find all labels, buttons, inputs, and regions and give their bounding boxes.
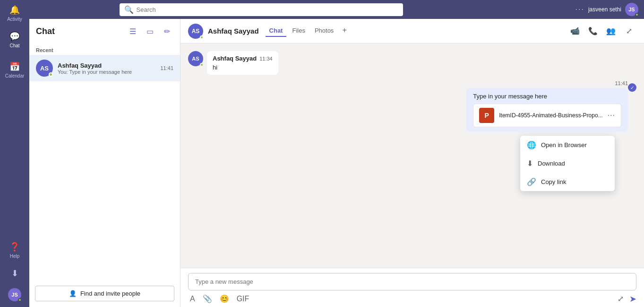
input-actions: A 📎 😊 GIF ⤢ ➤ (188, 293, 636, 304)
open-browser-label: Open in Browser (541, 141, 587, 149)
top-user-avatar[interactable]: JS (625, 3, 638, 16)
top-online-dot (635, 13, 639, 17)
copy-link-icon: 🔗 (527, 177, 536, 186)
audio-call-btn[interactable]: 📞 (585, 24, 601, 39)
participants-btn[interactable]: 👥 (603, 24, 618, 39)
nav-label-activity: Activity (7, 17, 22, 22)
received-msg-meta: Ashfaq Sayyad 11:34 (213, 55, 273, 62)
received-msg-time: 11:34 (259, 56, 273, 61)
nav-label-help: Help (10, 254, 20, 259)
find-invite-label: Find and invite people (80, 290, 140, 297)
chat-header-avatar: AS (188, 24, 203, 39)
top-right: ··· jasveen sethi JS (575, 3, 638, 16)
gif-btn[interactable]: GIF (235, 294, 251, 304)
nav-item-download[interactable]: ⬇ (0, 263, 29, 283)
chat-list-item[interactable]: AS Ashfaq Sayyad You: Type in your messa… (29, 55, 180, 81)
sent-check-icon: ✓ (628, 83, 636, 92)
activity-icon: 🔔 (9, 5, 20, 15)
sidebar-title: Chat (36, 26, 122, 36)
message-input[interactable] (188, 273, 636, 290)
sidebar-header: Chat ☰ ▭ ✏ (29, 19, 180, 44)
received-msg-bubble: Ashfaq Sayyad 11:34 hi (207, 51, 278, 75)
main-area: Chat ☰ ▭ ✏ Recent AS Ashfaq Sayyad You: … (29, 19, 644, 307)
chat-item-online-dot (49, 72, 53, 77)
sent-message-container: 11:41 Type in your message here P ItemID… (188, 80, 636, 132)
nav-label-chat: Chat (9, 43, 19, 48)
search-input[interactable] (137, 6, 398, 13)
chat-area: AS Ashfaq Sayyad Chat Files Photos + 📹 📞… (180, 19, 644, 307)
tab-photos[interactable]: Photos (311, 25, 337, 37)
add-tab-btn[interactable]: + (339, 25, 349, 37)
chat-item-name: Ashfaq Sayyad (58, 62, 155, 69)
download-item[interactable]: ⬇ Download (520, 154, 615, 173)
chat-item-time: 11:41 (160, 65, 173, 71)
nav-label-calendar: Calendar (5, 73, 25, 79)
username-label: jasveen sethi (588, 6, 621, 13)
input-action-right: ⤢ ➤ (616, 293, 636, 304)
chat-item-preview: You: Type in your message here (58, 69, 155, 75)
download-icon: ⬇ (11, 268, 18, 279)
help-icon: ❓ (9, 242, 20, 252)
filter-icon-btn[interactable]: ☰ (126, 25, 139, 38)
attach-btn[interactable]: 📎 (201, 293, 214, 304)
chat-icon: 💬 (9, 31, 20, 42)
search-icon: 🔍 (124, 5, 134, 14)
received-message: AS Ashfaq Sayyad 11:34 hi (188, 51, 386, 75)
received-msg-avatar: AS (188, 51, 203, 66)
nav-item-help[interactable]: ❓ Help (0, 237, 29, 263)
download-label: Download (538, 160, 565, 167)
nav-item-activity[interactable]: 🔔 Activity (0, 0, 29, 26)
powerpoint-file-icon: P (479, 108, 494, 123)
sent-msg-text: Type in your message here (473, 93, 621, 100)
recent-label: Recent (29, 44, 180, 55)
nav-item-calendar[interactable]: 📅 Calendar (0, 57, 29, 83)
tab-chat[interactable]: Chat (266, 25, 287, 37)
search-box[interactable]: 🔍 (120, 3, 403, 16)
chat-header-name: Ashfaq Sayyad (208, 27, 259, 35)
find-invite-icon: 👤 (69, 290, 77, 297)
file-attachment[interactable]: P ItemID-4955-Animated-Business-Propo...… (473, 104, 621, 127)
online-dot (18, 298, 22, 302)
format-text-btn[interactable]: A (188, 294, 197, 304)
calendar-icon: 📅 (9, 61, 20, 72)
message-input-area: A 📎 😊 GIF ⤢ ➤ (180, 268, 644, 307)
chat-header: AS Ashfaq Sayyad Chat Files Photos + 📹 📞… (180, 19, 644, 44)
received-msg-sender: Ashfaq Sayyad (213, 55, 257, 62)
expand-btn[interactable]: ⤢ (621, 24, 636, 39)
chat-tabs: Chat Files Photos + (266, 25, 350, 37)
received-msg-text: hi (213, 64, 273, 71)
top-bar: 🔍 ··· jasveen sethi JS (29, 0, 644, 19)
tab-files[interactable]: Files (288, 25, 309, 37)
chat-header-online-dot (200, 35, 204, 39)
sent-msg-time: 11:41 (615, 80, 628, 86)
chat-header-actions: 📹 📞 👥 ⤢ (567, 24, 636, 39)
user-avatar: JS (8, 288, 21, 301)
open-in-browser-item[interactable]: 🌐 Open in Browser (520, 136, 615, 154)
nav-user-avatar[interactable]: JS (0, 283, 29, 307)
file-name-label: ItemID-4955-Animated-Business-Propo... (499, 112, 602, 119)
file-more-btn[interactable]: ··· (608, 111, 615, 120)
video-call-btn[interactable]: 📹 (567, 24, 583, 39)
copy-link-label: Copy link (541, 178, 566, 185)
download-menu-icon: ⬇ (527, 159, 533, 168)
sent-msg-bubble: Type in your message here P ItemID-4955-… (466, 88, 628, 132)
new-chat-icon-btn[interactable]: ✏ (160, 25, 173, 38)
copy-link-item[interactable]: 🔗 Copy link (520, 173, 615, 191)
more-options-icon[interactable]: ··· (575, 5, 584, 14)
sidebar-bottom: 👤 Find and invite people (29, 280, 180, 307)
nav-item-chat[interactable]: 💬 Chat (0, 26, 29, 53)
sidebar: Chat ☰ ▭ ✏ Recent AS Ashfaq Sayyad You: … (29, 19, 180, 307)
messages-area: AS Ashfaq Sayyad 11:34 hi 11:41 Type in … (180, 44, 644, 268)
sent-message-wrapper: 11:41 Type in your message here P ItemID… (466, 80, 628, 132)
context-menu: 🌐 Open in Browser ⬇ Download 🔗 Copy link (520, 136, 615, 191)
received-msg-online-dot (200, 63, 204, 67)
find-invite-button[interactable]: 👤 Find and invite people (35, 286, 174, 301)
emoji-btn[interactable]: 😊 (218, 293, 231, 304)
popout-btn[interactable]: ⤢ (616, 293, 626, 304)
chat-item-info: Ashfaq Sayyad You: Type in your message … (58, 62, 155, 75)
video-call-icon-btn[interactable]: ▭ (143, 25, 156, 38)
chat-item-avatar: AS (36, 60, 53, 77)
send-button[interactable]: ➤ (629, 294, 636, 304)
open-browser-icon: 🌐 (527, 140, 536, 149)
left-nav: 🔔 Activity 💬 Chat 📅 Calendar ❓ Help ⬇ JS (0, 0, 29, 307)
